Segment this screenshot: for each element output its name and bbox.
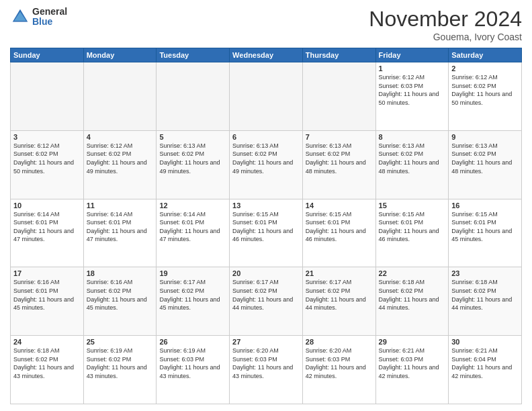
day-info: Sunrise: 6:16 AMSunset: 6:01 PMDaylight:…	[13, 278, 81, 312]
logo-general-text: General	[32, 7, 67, 17]
calendar-day-cell	[302, 62, 375, 131]
day-info: Sunrise: 6:13 AMSunset: 6:02 PMDaylight:…	[232, 142, 300, 175]
calendar-day-cell: 2Sunrise: 6:12 AMSunset: 6:02 PMDaylight…	[449, 62, 522, 131]
calendar-day-header: Thursday	[302, 48, 375, 62]
location: Gouema, Ivory Coast	[369, 32, 522, 42]
calendar-day-cell: 12Sunrise: 6:14 AMSunset: 6:01 PMDayligh…	[157, 199, 230, 267]
calendar-week-row: 3Sunrise: 6:12 AMSunset: 6:02 PMDaylight…	[11, 130, 522, 199]
day-number: 19	[159, 269, 226, 277]
day-info: Sunrise: 6:18 AMSunset: 6:02 PMDaylight:…	[451, 278, 519, 312]
day-number: 9	[451, 133, 519, 141]
calendar-day-header: Tuesday	[157, 48, 230, 62]
day-info: Sunrise: 6:13 AMSunset: 6:02 PMDaylight:…	[159, 142, 226, 175]
calendar-day-cell: 25Sunrise: 6:19 AMSunset: 6:02 PMDayligh…	[83, 336, 157, 404]
day-info: Sunrise: 6:18 AMSunset: 6:02 PMDaylight:…	[13, 347, 81, 380]
day-number: 1	[379, 64, 446, 73]
calendar-day-cell: 23Sunrise: 6:18 AMSunset: 6:02 PMDayligh…	[449, 267, 522, 336]
day-number: 20	[232, 269, 300, 277]
day-info: Sunrise: 6:14 AMSunset: 6:01 PMDaylight:…	[87, 210, 154, 244]
day-info: Sunrise: 6:17 AMSunset: 6:02 PMDaylight:…	[306, 278, 373, 312]
calendar-day-cell: 3Sunrise: 6:12 AMSunset: 6:02 PMDaylight…	[11, 130, 84, 199]
calendar-day-cell: 11Sunrise: 6:14 AMSunset: 6:01 PMDayligh…	[83, 199, 157, 267]
calendar-week-row: 1Sunrise: 6:12 AMSunset: 6:03 PMDaylight…	[11, 62, 522, 131]
day-number: 11	[87, 201, 154, 210]
day-info: Sunrise: 6:14 AMSunset: 6:01 PMDaylight:…	[13, 210, 81, 244]
day-info: Sunrise: 6:20 AMSunset: 6:03 PMDaylight:…	[232, 347, 300, 380]
calendar-day-header: Monday	[83, 48, 157, 62]
calendar-day-cell: 17Sunrise: 6:16 AMSunset: 6:01 PMDayligh…	[11, 267, 84, 336]
logo-blue-text: Blue	[32, 17, 67, 27]
day-number: 10	[13, 201, 81, 210]
day-number: 25	[87, 338, 154, 346]
calendar-day-header: Friday	[375, 48, 449, 62]
day-info: Sunrise: 6:12 AMSunset: 6:02 PMDaylight:…	[87, 142, 154, 175]
day-number: 17	[13, 269, 81, 277]
day-number: 5	[159, 133, 226, 141]
day-info: Sunrise: 6:17 AMSunset: 6:02 PMDaylight:…	[232, 278, 300, 312]
day-number: 16	[451, 201, 519, 210]
day-number: 18	[87, 269, 154, 277]
day-info: Sunrise: 6:12 AMSunset: 6:03 PMDaylight:…	[379, 73, 446, 107]
day-number: 4	[87, 133, 154, 141]
calendar-day-cell: 1Sunrise: 6:12 AMSunset: 6:03 PMDaylight…	[375, 62, 449, 131]
day-info: Sunrise: 6:20 AMSunset: 6:03 PMDaylight:…	[306, 347, 373, 380]
calendar-day-cell: 8Sunrise: 6:13 AMSunset: 6:02 PMDaylight…	[375, 130, 449, 199]
calendar-day-cell	[157, 62, 230, 131]
calendar-day-cell: 24Sunrise: 6:18 AMSunset: 6:02 PMDayligh…	[11, 336, 84, 404]
calendar-day-cell: 6Sunrise: 6:13 AMSunset: 6:02 PMDaylight…	[230, 130, 303, 199]
calendar-day-cell: 10Sunrise: 6:14 AMSunset: 6:01 PMDayligh…	[11, 199, 84, 267]
day-info: Sunrise: 6:19 AMSunset: 6:02 PMDaylight:…	[87, 347, 154, 380]
calendar-day-cell: 21Sunrise: 6:17 AMSunset: 6:02 PMDayligh…	[302, 267, 375, 336]
calendar-week-row: 10Sunrise: 6:14 AMSunset: 6:01 PMDayligh…	[11, 199, 522, 267]
calendar-header-row: SundayMondayTuesdayWednesdayThursdayFrid…	[11, 48, 522, 62]
calendar-day-cell: 27Sunrise: 6:20 AMSunset: 6:03 PMDayligh…	[230, 336, 303, 404]
day-number: 2	[451, 64, 519, 73]
day-info: Sunrise: 6:12 AMSunset: 6:02 PMDaylight:…	[13, 142, 81, 175]
page: General Blue November 2024 Gouema, Ivory…	[0, 0, 532, 411]
day-info: Sunrise: 6:18 AMSunset: 6:02 PMDaylight:…	[379, 278, 446, 312]
logo-icon	[10, 7, 30, 27]
day-number: 28	[306, 338, 373, 346]
day-number: 30	[451, 338, 519, 346]
day-number: 22	[379, 269, 446, 277]
calendar-week-row: 17Sunrise: 6:16 AMSunset: 6:01 PMDayligh…	[11, 267, 522, 336]
day-number: 12	[159, 201, 226, 210]
day-info: Sunrise: 6:19 AMSunset: 6:03 PMDaylight:…	[159, 347, 226, 380]
day-info: Sunrise: 6:15 AMSunset: 6:01 PMDaylight:…	[232, 210, 300, 244]
day-number: 7	[306, 133, 373, 141]
header: General Blue November 2024 Gouema, Ivory…	[10, 7, 522, 42]
calendar-day-cell: 7Sunrise: 6:13 AMSunset: 6:02 PMDaylight…	[302, 130, 375, 199]
calendar-day-cell: 19Sunrise: 6:17 AMSunset: 6:02 PMDayligh…	[157, 267, 230, 336]
day-number: 13	[232, 201, 300, 210]
calendar-day-cell: 28Sunrise: 6:20 AMSunset: 6:03 PMDayligh…	[302, 336, 375, 404]
day-info: Sunrise: 6:14 AMSunset: 6:01 PMDaylight:…	[159, 210, 226, 244]
logo-text: General Blue	[32, 7, 67, 28]
month-title: November 2024	[369, 7, 522, 32]
day-info: Sunrise: 6:16 AMSunset: 6:02 PMDaylight:…	[87, 278, 154, 312]
day-info: Sunrise: 6:21 AMSunset: 6:03 PMDaylight:…	[379, 347, 446, 380]
day-number: 23	[451, 269, 519, 277]
day-number: 29	[379, 338, 446, 346]
day-info: Sunrise: 6:12 AMSunset: 6:02 PMDaylight:…	[451, 73, 519, 107]
calendar-body: 1Sunrise: 6:12 AMSunset: 6:03 PMDaylight…	[11, 62, 522, 404]
day-info: Sunrise: 6:17 AMSunset: 6:02 PMDaylight:…	[159, 278, 226, 312]
calendar-day-cell: 18Sunrise: 6:16 AMSunset: 6:02 PMDayligh…	[83, 267, 157, 336]
day-info: Sunrise: 6:15 AMSunset: 6:01 PMDaylight:…	[306, 210, 373, 244]
day-info: Sunrise: 6:13 AMSunset: 6:02 PMDaylight:…	[379, 142, 446, 175]
calendar-day-cell: 14Sunrise: 6:15 AMSunset: 6:01 PMDayligh…	[302, 199, 375, 267]
calendar-day-cell: 15Sunrise: 6:15 AMSunset: 6:01 PMDayligh…	[375, 199, 449, 267]
day-number: 27	[232, 338, 300, 346]
calendar-day-cell	[83, 62, 157, 131]
title-block: November 2024 Gouema, Ivory Coast	[369, 7, 522, 42]
calendar-day-cell: 26Sunrise: 6:19 AMSunset: 6:03 PMDayligh…	[157, 336, 230, 404]
calendar-table: SundayMondayTuesdayWednesdayThursdayFrid…	[10, 48, 522, 404]
calendar-day-cell: 20Sunrise: 6:17 AMSunset: 6:02 PMDayligh…	[230, 267, 303, 336]
day-number: 8	[379, 133, 446, 141]
day-number: 26	[159, 338, 226, 346]
day-number: 3	[13, 133, 81, 141]
calendar-day-cell	[11, 62, 84, 131]
day-number: 15	[379, 201, 446, 210]
calendar-day-cell	[230, 62, 303, 131]
calendar-day-cell: 29Sunrise: 6:21 AMSunset: 6:03 PMDayligh…	[375, 336, 449, 404]
day-info: Sunrise: 6:15 AMSunset: 6:01 PMDaylight:…	[451, 210, 519, 244]
